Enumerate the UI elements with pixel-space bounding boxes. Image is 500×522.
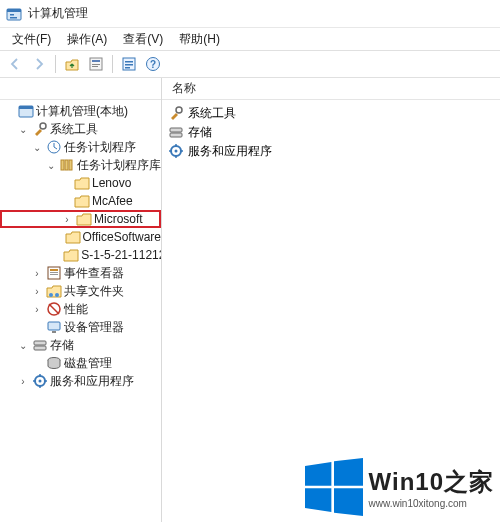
svg-text:?: ? [150, 59, 156, 70]
device-manager-icon [46, 319, 62, 335]
list-item[interactable]: 系统工具 [168, 104, 494, 122]
refresh-button[interactable] [118, 53, 140, 75]
tree: ▾ 计算机管理(本地) ⌄ 系统工具 [0, 102, 161, 390]
tree-label: 性能 [64, 301, 88, 318]
folder-icon [65, 229, 81, 245]
expander-icon[interactable]: ⌄ [44, 158, 57, 172]
svg-rect-19 [65, 160, 68, 170]
tree-label: Microsoft [94, 212, 143, 226]
tree-label: 存储 [50, 337, 74, 354]
list-pane: 名称 系统工具 存储 服务和应用程序 [162, 78, 500, 522]
help-button[interactable]: ? [142, 53, 164, 75]
tree-label: 磁盘管理 [64, 355, 112, 372]
expander-icon[interactable]: ⌄ [30, 140, 44, 154]
expander-icon[interactable]: › [16, 374, 30, 388]
tree-services-apps[interactable]: › 服务和应用程序 [0, 372, 161, 390]
tools-icon [168, 105, 184, 121]
disk-icon [46, 355, 62, 371]
tree-folder-sid[interactable]: ›S-1-5-21-11212 [0, 246, 161, 264]
svg-rect-11 [125, 67, 130, 69]
storage-icon [168, 124, 184, 140]
svg-marker-43 [334, 488, 363, 516]
svg-rect-15 [19, 106, 33, 109]
tree-system-tools[interactable]: ⌄ 系统工具 [0, 120, 161, 138]
menubar: 文件(F) 操作(A) 查看(V) 帮助(H) [0, 28, 500, 50]
expander-icon[interactable]: › [30, 266, 44, 280]
watermark: Win10之家 www.win10xitong.com [305, 458, 494, 516]
list-item-label: 存储 [188, 124, 212, 141]
expander-icon[interactable]: › [30, 302, 44, 316]
tree-device-manager[interactable]: ›设备管理器 [0, 318, 161, 336]
up-level-icon [64, 56, 80, 72]
tools-icon [32, 121, 48, 137]
tree-shared-folders[interactable]: ›共享文件夹 [0, 282, 161, 300]
forward-button[interactable] [28, 53, 50, 75]
folder-icon [76, 211, 92, 227]
tree-label: 事件查看器 [64, 265, 124, 282]
svg-rect-18 [61, 160, 64, 170]
refresh-icon [121, 56, 137, 72]
tree-label: OfficeSoftware [83, 230, 161, 244]
svg-marker-41 [334, 458, 363, 486]
svg-rect-1 [7, 9, 21, 12]
toolbar: ? [0, 50, 500, 78]
tree-disk-management[interactable]: ›磁盘管理 [0, 354, 161, 372]
window-title: 计算机管理 [28, 5, 88, 22]
svg-rect-6 [92, 64, 100, 65]
svg-rect-23 [50, 272, 58, 273]
svg-rect-3 [10, 17, 17, 19]
svg-rect-30 [34, 341, 46, 345]
expander-icon[interactable]: › [30, 284, 44, 298]
svg-rect-24 [50, 274, 58, 275]
tree-label: 设备管理器 [64, 319, 124, 336]
tree-task-scheduler-library[interactable]: ⌄ 任务计划程序库 [0, 156, 161, 174]
column-name[interactable]: 名称 [162, 80, 206, 97]
app-icon [6, 6, 22, 22]
computer-icon [18, 103, 34, 119]
folder-icon [74, 193, 90, 209]
tree-task-scheduler[interactable]: ⌄ 任务计划程序 [0, 138, 161, 156]
shared-folders-icon [46, 283, 62, 299]
list-item[interactable]: 存储 [168, 123, 494, 141]
storage-icon [32, 337, 48, 353]
folder-icon [63, 247, 79, 263]
tree-folder-mcafee[interactable]: ›McAfee [0, 192, 161, 210]
main-split: ▾ 计算机管理(本地) ⌄ 系统工具 [0, 78, 500, 522]
svg-rect-22 [50, 269, 58, 271]
menu-help[interactable]: 帮助(H) [171, 29, 228, 50]
list-item[interactable]: 服务和应用程序 [168, 142, 494, 160]
tree-folder-officesoftware[interactable]: ›OfficeSoftware [0, 228, 161, 246]
tree-storage[interactable]: ⌄ 存储 [0, 336, 161, 354]
windows-logo-icon [305, 458, 363, 516]
properties-icon [88, 56, 104, 72]
forward-arrow-icon [31, 56, 47, 72]
properties-button[interactable] [85, 53, 107, 75]
event-viewer-icon [46, 265, 62, 281]
expander-icon[interactable]: ⌄ [16, 122, 30, 136]
tree-folder-lenovo[interactable]: ›Lenovo [0, 174, 161, 192]
folder-icon [74, 175, 90, 191]
services-icon [32, 373, 48, 389]
tree-event-viewer[interactable]: ›事件查看器 [0, 264, 161, 282]
svg-point-34 [39, 380, 42, 383]
expander-icon[interactable]: ⌄ [16, 338, 30, 352]
list-item-label: 服务和应用程序 [188, 143, 272, 160]
back-arrow-icon [7, 56, 23, 72]
tree-performance[interactable]: ›性能 [0, 300, 161, 318]
menu-action[interactable]: 操作(A) [59, 29, 115, 50]
expander-icon[interactable]: › [60, 212, 74, 226]
tree-label: Lenovo [92, 176, 131, 190]
tree-label: 任务计划程序库 [77, 157, 161, 174]
svg-rect-5 [92, 60, 100, 62]
menu-view[interactable]: 查看(V) [115, 29, 171, 50]
tree-label: S-1-5-21-11212 [81, 248, 161, 262]
clock-icon [46, 139, 62, 155]
tree-root-computer-management[interactable]: ▾ 计算机管理(本地) [0, 102, 161, 120]
toolbar-separator [55, 55, 56, 73]
back-button[interactable] [4, 53, 26, 75]
svg-point-16 [40, 123, 46, 129]
menu-file[interactable]: 文件(F) [4, 29, 59, 50]
tree-folder-microsoft[interactable]: ›Microsoft [0, 210, 161, 228]
library-icon [59, 157, 75, 173]
up-button[interactable] [61, 53, 83, 75]
